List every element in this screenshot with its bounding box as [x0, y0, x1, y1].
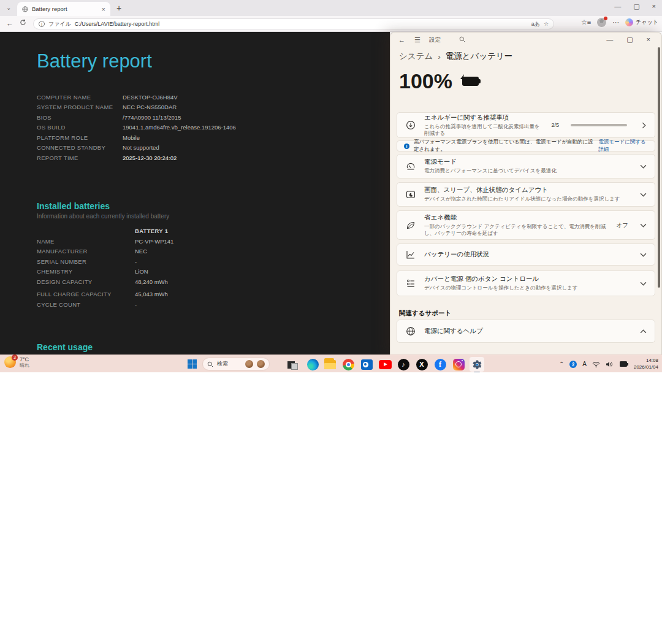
- lid-power-buttons-icon: [405, 278, 416, 288]
- volume-icon[interactable]: [606, 359, 613, 370]
- table-row: CYCLE COUNT-: [37, 299, 173, 310]
- chevron-up-icon: [640, 329, 647, 334]
- power-mode-details-link[interactable]: 電源モードに関する詳細: [598, 139, 648, 153]
- wifi-icon[interactable]: [592, 359, 600, 370]
- new-tab-button[interactable]: +: [116, 3, 121, 13]
- profile-avatar[interactable]: [597, 18, 606, 27]
- globe-favicon-icon: [22, 6, 28, 12]
- battery-report-page: Battery report COMPUTER NAMEDESKTOP-OJ6H…: [0, 32, 390, 355]
- search-highlight-icon: [257, 360, 265, 368]
- favorites-star-icon[interactable]: ☆: [544, 21, 549, 27]
- search-icon: [207, 361, 213, 367]
- card-energy-recommendations[interactable]: エネルギーに関する推奨事項 これらの推奨事項を適用して二酸化炭素排出量を削減する…: [397, 112, 655, 138]
- table-row: SYSTEM PRODUCT NAMENEC PC-NS550DAR: [37, 102, 236, 113]
- power-mode-icon: [405, 161, 416, 171]
- browser-maximize-button[interactable]: ▢: [633, 2, 639, 10]
- back-button[interactable]: ←: [6, 19, 13, 28]
- chevron-down-icon: [640, 281, 647, 286]
- facebook-icon[interactable]: f: [433, 357, 447, 372]
- breadcrumb: システム › 電源とバッテリー: [399, 51, 512, 62]
- settings-scrollbar[interactable]: [658, 47, 660, 288]
- hamburger-menu-icon[interactable]: ☰: [414, 36, 420, 44]
- settings-taskbar-icon[interactable]: [470, 357, 484, 372]
- outlook-icon[interactable]: [359, 357, 374, 372]
- instagram-icon[interactable]: [451, 357, 466, 372]
- settings-app-title: 設定: [429, 36, 441, 44]
- tray-battery-icon[interactable]: [618, 361, 628, 367]
- search-placeholder: 検索: [217, 360, 242, 368]
- ime-indicator[interactable]: A: [582, 361, 587, 367]
- weather-widget[interactable]: 3 7°C 晴れ: [4, 356, 29, 369]
- card-title: 電源モード: [424, 158, 632, 166]
- page-info-icon[interactable]: i: [39, 21, 45, 27]
- address-bar[interactable]: i ファイル C:/Users/LAVIE/battery-report.htm…: [33, 18, 554, 29]
- settings-search-icon[interactable]: [459, 36, 465, 44]
- info-icon: i: [404, 144, 409, 149]
- copilot-chat-button[interactable]: チャット: [625, 18, 658, 26]
- taskbar-search[interactable]: 検索: [202, 358, 270, 370]
- card-energy-saver[interactable]: 省エネ機能 一部のバックグラウンド アクティビティを制限することで、電力消費を削…: [397, 210, 655, 240]
- notification-badge: 3: [12, 355, 18, 361]
- table-row: BIOS/774A0900 11/13/2015: [37, 112, 236, 123]
- card-subtitle: デバイスの物理コントロールを操作したときの動作を選択します: [424, 285, 632, 291]
- tray-time: 14:08: [634, 358, 658, 364]
- tray-date: 2026/01/04: [634, 364, 658, 370]
- card-title: 省エネ機能: [424, 213, 609, 222]
- chevron-right-icon: [641, 122, 647, 129]
- x-icon[interactable]: X: [414, 357, 429, 372]
- task-view-button[interactable]: [284, 357, 299, 372]
- table-row: DESIGN CAPACITY48,240 mWh: [37, 277, 173, 287]
- youtube-icon[interactable]: [378, 357, 392, 372]
- system-info-table: COMPUTER NAMEDESKTOP-OJ6H84V SYSTEM PROD…: [37, 92, 236, 163]
- table-row: CONNECTED STANDBYNot supported: [37, 143, 236, 153]
- card-title: 電源に関するヘルプ: [424, 327, 632, 335]
- table-row: COMPUTER NAMEDESKTOP-OJ6H84V: [37, 92, 236, 102]
- tab-close-icon[interactable]: ×: [102, 6, 105, 13]
- start-button[interactable]: [188, 359, 197, 369]
- settings-close-button[interactable]: ×: [647, 36, 650, 44]
- settings-titlebar: ← ☰ 設定 — ▢ ×: [390, 33, 661, 48]
- chrome-icon[interactable]: [341, 357, 356, 372]
- browser-minimize-button[interactable]: —: [614, 2, 621, 10]
- settings-back-button[interactable]: ←: [398, 36, 405, 44]
- settings-maximize-button[interactable]: ▢: [626, 36, 633, 44]
- translate-icon[interactable]: aあ: [531, 20, 540, 28]
- tray-clock[interactable]: 14:08 2026/01/04: [634, 358, 658, 370]
- weather-sun-icon: 3: [4, 356, 16, 368]
- tiktok-icon[interactable]: ♪: [396, 357, 411, 372]
- bluetooth-icon[interactable]: [569, 361, 577, 368]
- edge-icon[interactable]: [305, 357, 320, 372]
- card-lid-power-buttons[interactable]: カバーと電源 個のボタン コントロール デバイスの物理コントロールを操作したとき…: [397, 270, 655, 296]
- card-battery-usage[interactable]: バッテリーの使用状況: [397, 243, 655, 266]
- card-power-mode[interactable]: 電源モード 電力消費とパフォーマンスに基づいてデバイスを最適化: [397, 154, 655, 178]
- battery-usage-icon: [405, 250, 416, 259]
- recent-usage-title: Recent usage: [37, 342, 93, 352]
- card-screen-sleep-timeouts[interactable]: 画面、スリープ、休止状態のタイムアウト デバイスが指定された時間にわたりアイドル…: [397, 182, 655, 207]
- card-power-help[interactable]: 電源に関するヘルプ: [397, 320, 655, 343]
- browser-close-button[interactable]: ×: [652, 2, 656, 10]
- table-row: CHEMISTRYLiON: [37, 267, 173, 277]
- battery-percent: 100%: [399, 69, 452, 93]
- installed-batteries-subtitle: Information about each currently install…: [37, 213, 169, 220]
- tray-chevron-up-icon[interactable]: ⌃: [559, 361, 564, 367]
- collections-icon[interactable]: ☆≡: [581, 18, 591, 26]
- battery-column-header: BATTERY 1: [135, 228, 168, 234]
- more-menu-icon[interactable]: ⋯: [612, 18, 619, 26]
- chevron-down-icon: [640, 164, 647, 169]
- refresh-button[interactable]: [20, 19, 26, 28]
- breadcrumb-system[interactable]: システム: [399, 51, 433, 62]
- report-title: Battery report: [37, 50, 152, 72]
- settings-minimize-button[interactable]: —: [606, 36, 613, 44]
- table-row: SERIAL NUMBER-: [37, 256, 173, 267]
- tab-search-chevron-icon[interactable]: ⌄: [6, 4, 11, 11]
- file-explorer-icon[interactable]: [322, 357, 337, 372]
- browser-tab-strip: ⌄ Battery report × + — ▢ ×: [0, 0, 662, 16]
- infobar-text: 高パフォーマンス電源プランを使用している間は、電源モードが自動的に設定されます。: [414, 139, 594, 153]
- chevron-down-icon: [640, 223, 647, 228]
- browser-tab[interactable]: Battery report ×: [17, 2, 110, 16]
- card-subtitle: 電力消費とパフォーマンスに基づいてデバイスを最適化: [424, 167, 632, 174]
- card-subtitle: 一部のバックグラウンド アクティビティを制限することで、電力消費を削減し、バッテ…: [424, 223, 609, 237]
- battery-charging-icon: [460, 76, 481, 87]
- energy-saver-icon: [405, 220, 416, 230]
- system-tray: ⌃ A 14:08 2026/01/04: [559, 355, 662, 373]
